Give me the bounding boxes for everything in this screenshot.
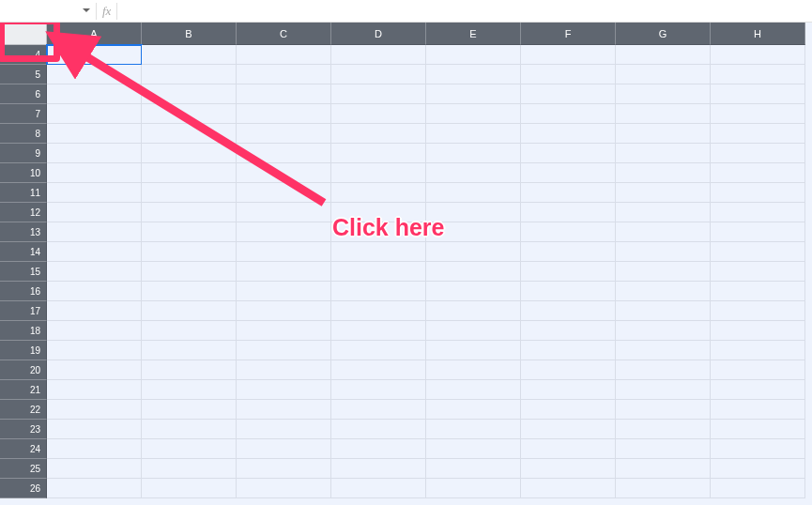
cell-G19[interactable]: [616, 341, 711, 360]
cell-G20[interactable]: [616, 360, 711, 380]
cell-F13[interactable]: [521, 222, 616, 242]
cell-B21[interactable]: [142, 380, 237, 400]
cell-G9[interactable]: [616, 144, 711, 163]
cell-D23[interactable]: [331, 420, 426, 439]
cell-A14[interactable]: [47, 242, 142, 262]
cell-G10[interactable]: [616, 163, 711, 183]
cell-A9[interactable]: [47, 144, 142, 163]
select-all-corner[interactable]: [0, 23, 47, 45]
cell-F12[interactable]: [521, 203, 616, 222]
cell-E24[interactable]: [426, 439, 521, 459]
cell-E21[interactable]: [426, 380, 521, 400]
cell-D7[interactable]: [331, 104, 426, 124]
cell-B18[interactable]: [142, 321, 237, 341]
cell-E6[interactable]: [426, 84, 521, 104]
cell-H20[interactable]: [711, 360, 805, 380]
cell-G11[interactable]: [616, 183, 711, 203]
cell-C12[interactable]: [237, 203, 331, 222]
cell-G6[interactable]: [616, 84, 711, 104]
cell-C22[interactable]: [237, 400, 331, 420]
cell-C20[interactable]: [237, 360, 331, 380]
cell-D26[interactable]: [331, 479, 426, 498]
cell-H9[interactable]: [711, 144, 805, 163]
cell-C17[interactable]: [237, 301, 331, 321]
cell-A5[interactable]: [47, 65, 142, 84]
cell-E7[interactable]: [426, 104, 521, 124]
cell-B8[interactable]: [142, 124, 237, 144]
cell-A10[interactable]: [47, 163, 142, 183]
cell-C24[interactable]: [237, 439, 331, 459]
row-header-20[interactable]: 20: [0, 360, 47, 380]
row-header-17[interactable]: 17: [0, 301, 47, 321]
cell-D6[interactable]: [331, 84, 426, 104]
row-header-13[interactable]: 13: [0, 222, 47, 242]
cell-G18[interactable]: [616, 321, 711, 341]
cell-G15[interactable]: [616, 262, 711, 282]
cell-A22[interactable]: [47, 400, 142, 420]
cell-G24[interactable]: [616, 439, 711, 459]
row-header-14[interactable]: 14: [0, 242, 47, 262]
cell-F5[interactable]: [521, 65, 616, 84]
cell-B20[interactable]: [142, 360, 237, 380]
name-box-dropdown[interactable]: [79, 8, 94, 13]
cell-G16[interactable]: [616, 282, 711, 301]
cell-D4[interactable]: [331, 45, 426, 65]
cell-B10[interactable]: [142, 163, 237, 183]
row-header-15[interactable]: 15: [0, 262, 47, 282]
cell-A26[interactable]: [47, 479, 142, 498]
cell-A19[interactable]: [47, 341, 142, 360]
cell-B12[interactable]: [142, 203, 237, 222]
cell-C26[interactable]: [237, 479, 331, 498]
name-box[interactable]: [6, 2, 79, 21]
cell-C13[interactable]: [237, 222, 331, 242]
cell-F4[interactable]: [521, 45, 616, 65]
cell-A23[interactable]: [47, 420, 142, 439]
cell-G8[interactable]: [616, 124, 711, 144]
cell-G22[interactable]: [616, 400, 711, 420]
cell-D22[interactable]: [331, 400, 426, 420]
column-header-d[interactable]: D: [331, 23, 426, 45]
cell-G13[interactable]: [616, 222, 711, 242]
cell-F16[interactable]: [521, 282, 616, 301]
cell-F14[interactable]: [521, 242, 616, 262]
cell-E23[interactable]: [426, 420, 521, 439]
cell-A7[interactable]: [47, 104, 142, 124]
cell-G7[interactable]: [616, 104, 711, 124]
cell-H18[interactable]: [711, 321, 805, 341]
column-header-f[interactable]: F: [521, 23, 616, 45]
cell-H12[interactable]: [711, 203, 805, 222]
cell-F25[interactable]: [521, 459, 616, 479]
row-header-6[interactable]: 6: [0, 84, 47, 104]
cell-B7[interactable]: [142, 104, 237, 124]
cell-H24[interactable]: [711, 439, 805, 459]
cell-E5[interactable]: [426, 65, 521, 84]
cell-B15[interactable]: [142, 262, 237, 282]
cell-A17[interactable]: [47, 301, 142, 321]
cell-D19[interactable]: [331, 341, 426, 360]
cell-H22[interactable]: [711, 400, 805, 420]
cell-G17[interactable]: [616, 301, 711, 321]
row-header-9[interactable]: 9: [0, 144, 47, 163]
cell-E18[interactable]: [426, 321, 521, 341]
cell-H26[interactable]: [711, 479, 805, 498]
cell-D21[interactable]: [331, 380, 426, 400]
cell-E13[interactable]: [426, 222, 521, 242]
cell-F21[interactable]: [521, 380, 616, 400]
cell-B26[interactable]: [142, 479, 237, 498]
cell-F9[interactable]: [521, 144, 616, 163]
row-header-25[interactable]: 25: [0, 459, 47, 479]
cell-E26[interactable]: [426, 479, 521, 498]
column-header-a[interactable]: A: [47, 23, 142, 45]
cell-B14[interactable]: [142, 242, 237, 262]
cell-G12[interactable]: [616, 203, 711, 222]
cell-F18[interactable]: [521, 321, 616, 341]
row-header-5[interactable]: 5: [0, 65, 47, 84]
cell-E8[interactable]: [426, 124, 521, 144]
cell-E16[interactable]: [426, 282, 521, 301]
row-header-7[interactable]: 7: [0, 104, 47, 124]
cell-B19[interactable]: [142, 341, 237, 360]
cell-C23[interactable]: [237, 420, 331, 439]
cell-B4[interactable]: [142, 45, 237, 65]
cell-C15[interactable]: [237, 262, 331, 282]
cell-A21[interactable]: [47, 380, 142, 400]
